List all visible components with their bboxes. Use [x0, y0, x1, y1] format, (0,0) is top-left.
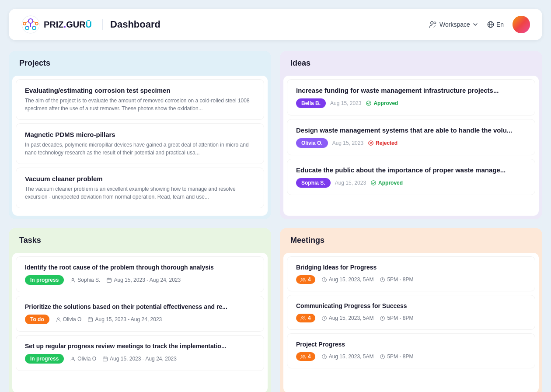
person-icon [56, 317, 61, 322]
attendee-badge: 4 [296, 314, 315, 322]
main-grid: Projects Evaluating/estimating corrosion… [9, 51, 542, 392]
ideas-header: Ideas [280, 51, 542, 76]
idea-user-badge: Bella B. [296, 98, 326, 108]
meeting-date: Aug 15, 2023, 5AM [321, 354, 374, 360]
task-dates: Aug 15, 2023 - Aug 24, 2023 [106, 277, 181, 283]
language-button[interactable]: En [487, 21, 504, 28]
idea-meta: Bella B. Aug 15, 2023 Approved [296, 98, 526, 108]
header-right: Workspace En [429, 16, 530, 33]
task-title: Prioritize the solutions based on their … [25, 303, 255, 310]
task-card[interactable]: Set up regular progress review meetings … [16, 335, 264, 371]
calendar-icon [102, 356, 108, 362]
project-card[interactable]: Vacuum cleaner problem The vacuum cleane… [16, 168, 264, 208]
clock-icon [321, 315, 327, 321]
idea-date: Aug 15, 2023 [335, 180, 366, 186]
svg-point-11 [431, 21, 433, 24]
idea-date: Aug 15, 2023 [330, 100, 361, 106]
idea-meta: Sophia S. Aug 15, 2023 Approved [296, 178, 526, 188]
people-icon [300, 277, 306, 283]
project-desc: The aim of the project is to evaluate th… [25, 97, 255, 112]
task-status-badge: To do [25, 315, 49, 324]
project-card[interactable]: Evaluating/estimating corrosion test spe… [16, 79, 264, 120]
meeting-attendees: 4 [296, 275, 315, 284]
project-card[interactable]: Magnetic PDMS micro-pillars In past deca… [16, 123, 264, 164]
avatar[interactable] [513, 16, 530, 33]
idea-card[interactable]: Design waste management systems that are… [287, 119, 535, 155]
svg-point-35 [303, 278, 305, 279]
svg-rect-20 [107, 278, 112, 282]
svg-rect-25 [88, 318, 93, 322]
task-dates: Aug 15, 2023 - Aug 24, 2023 [102, 356, 177, 362]
idea-meta: Olivia O. Aug 15, 2023 Rejected [296, 138, 526, 148]
x-circle-icon [368, 140, 374, 146]
projects-body: Evaluating/estimating corrosion test spe… [12, 76, 268, 216]
idea-title: Educate the public about the importance … [296, 166, 526, 174]
idea-user-badge: Sophia S. [296, 178, 331, 188]
svg-point-34 [301, 278, 303, 280]
task-card[interactable]: Prioritize the solutions based on their … [16, 296, 264, 332]
chevron-down-icon [473, 22, 478, 27]
person-icon [70, 277, 76, 283]
status-approved: Approved [366, 100, 398, 106]
workspace-button[interactable]: Workspace [429, 21, 478, 28]
meeting-title: Project Progress [296, 341, 526, 348]
people-icon [300, 315, 306, 321]
svg-point-43 [303, 355, 305, 356]
attendee-badge: 4 [296, 352, 315, 361]
svg-point-42 [301, 355, 303, 357]
svg-point-29 [72, 357, 74, 359]
svg-point-16 [366, 101, 371, 106]
task-meta: In progress Olivia O Aug 15, 2023 - Aug … [25, 354, 255, 364]
meeting-card[interactable]: Project Progress 4 Aug 1 [287, 333, 535, 368]
tasks-panel: Tasks Identify the root cause of the pro… [9, 228, 271, 392]
task-card[interactable]: Identify the root cause of the problem t… [16, 256, 264, 292]
calendar-icon [87, 317, 93, 322]
svg-point-39 [303, 316, 305, 318]
task-dates: Aug 15, 2023 - Aug 24, 2023 [87, 316, 162, 322]
svg-point-18 [371, 181, 376, 186]
meeting-card[interactable]: Bridging Ideas for Progress 4 [287, 256, 535, 291]
idea-title: Increase funding for waste management in… [296, 87, 526, 94]
avatar-image [513, 16, 530, 33]
header: PRIZ.GURŪ Dashboard Workspace En [9, 9, 542, 40]
meeting-title: Bridging Ideas for Progress [296, 264, 526, 271]
idea-title: Design waste management systems that are… [296, 126, 526, 134]
task-title: Identify the root cause of the problem t… [25, 264, 255, 271]
status-rejected: Rejected [368, 140, 398, 146]
dashboard-title: Dashboard [102, 19, 160, 30]
idea-card[interactable]: Educate the public about the importance … [287, 159, 535, 195]
globe-icon [487, 21, 495, 28]
svg-point-38 [301, 316, 303, 318]
people-icon [300, 354, 306, 360]
task-meta: To do Olivia O Aug 15, 2023 - Aug 24, 20… [25, 315, 255, 324]
idea-date: Aug 15, 2023 [332, 140, 363, 146]
task-assignee: Olivia O [70, 356, 96, 362]
meeting-card[interactable]: Communicating Progress for Success 4 [287, 295, 535, 330]
logo[interactable]: PRIZ.GURŪ [21, 15, 92, 34]
project-desc: The vacuum cleaner problem is an excelle… [25, 185, 255, 201]
idea-card[interactable]: Increase funding for waste management in… [287, 79, 535, 116]
time-icon [380, 315, 385, 321]
clock-icon [321, 277, 327, 283]
lang-label: En [496, 21, 504, 28]
ideas-panel: Ideas Increase funding for waste managem… [280, 51, 542, 219]
meeting-meta: 4 Aug 15, 2023, 5AM 5PM - 8PM [296, 275, 526, 284]
project-title: Vacuum cleaner problem [25, 175, 255, 182]
workspace-label: Workspace [439, 21, 470, 28]
ideas-body: Increase funding for waste management in… [283, 76, 539, 216]
tasks-body: Identify the root cause of the problem t… [12, 253, 268, 392]
svg-point-12 [434, 22, 436, 24]
idea-user-badge: Olivia O. [296, 138, 328, 148]
meeting-meta: 4 Aug 15, 2023, 5AM 5PM - 8PM [296, 314, 526, 322]
meeting-title: Communicating Progress for Success [296, 302, 526, 309]
meetings-body: Bridging Ideas for Progress 4 [283, 253, 539, 392]
meeting-attendees: 4 [296, 352, 315, 361]
header-left: PRIZ.GURŪ Dashboard [21, 15, 160, 34]
meeting-date: Aug 15, 2023, 5AM [321, 276, 374, 283]
meeting-date: Aug 15, 2023, 5AM [321, 315, 374, 321]
meeting-meta: 4 Aug 15, 2023, 5AM 5PM - 8PM [296, 352, 526, 361]
meeting-duration: 5PM - 8PM [380, 276, 413, 283]
svg-rect-30 [103, 357, 108, 361]
meetings-header: Meetings [280, 228, 542, 253]
task-title: Set up regular progress review meetings … [25, 343, 255, 350]
